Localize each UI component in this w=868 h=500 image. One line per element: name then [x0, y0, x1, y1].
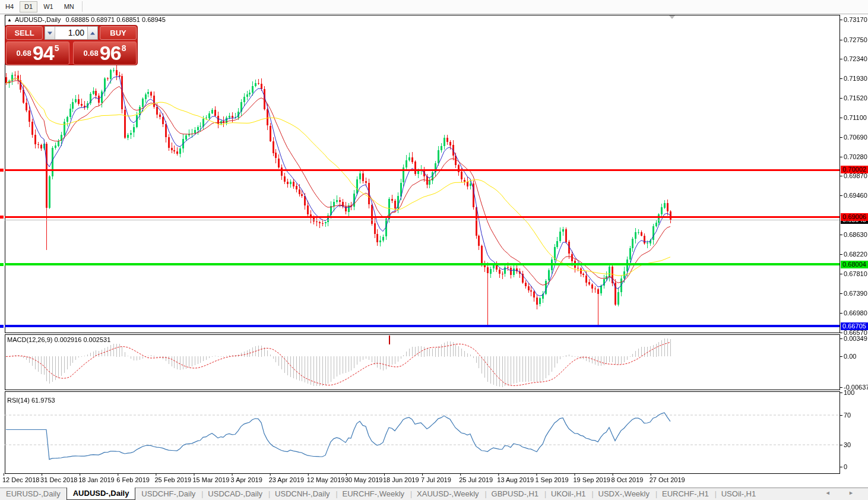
chart-tab-gbpusd-h1[interactable]: GBPUSD-,H1 [486, 488, 544, 500]
buy-price-sup: 8 [122, 43, 126, 53]
volume-spinner: 1.00 [45, 26, 98, 40]
chart-tab-ukoil-h1[interactable]: UKOil-,H1 [545, 488, 592, 500]
price-level-badge: 0.68004 [841, 261, 868, 268]
chart-tab-usoil-h1[interactable]: USOil-,H1 [715, 488, 762, 500]
sell-price-sup: 5 [55, 43, 59, 53]
price-level-badge: 0.70002 [841, 166, 868, 173]
chart-shift-marker-icon[interactable] [669, 15, 675, 19]
buy-price-big: 96 [100, 42, 121, 64]
chart-symbol-label: AUDUSD-,Daily [15, 16, 61, 23]
trade-panel-prices: 0.68945 0.68968 [5, 41, 137, 66]
chart-tab-bar: EURUSD-,DailyAUDUSD-,DailyUSDCHF-,Daily|… [0, 488, 868, 500]
rsi-indicator-label: RSI(14) 61.9753 [7, 397, 55, 404]
price-tick-label: 0.68630 [844, 231, 867, 238]
date-axis-label: 25 Feb 2019 [154, 476, 191, 483]
rsi-tick-label: 100 [844, 389, 854, 396]
date-axis-label: 7 Jul 2019 [421, 476, 451, 483]
date-axis-label: 15 Mar 2019 [193, 476, 230, 483]
rsi-tick-label: 30 [844, 441, 851, 448]
price-tick-label: 0.73170 [844, 16, 867, 23]
macd-tick-label: 0.00 [844, 353, 856, 360]
chart-tab-usdchf-daily[interactable]: USDCHF-,Daily [135, 488, 201, 500]
chart-tab-eurusd-daily[interactable]: EURUSD-,Daily [0, 488, 66, 500]
timeframe-button-h4[interactable]: H4 [1, 1, 18, 12]
trading-terminal-window: H4D1W1MN ▲AUDUSD-,Daily0.68885 0.68971 0… [0, 0, 868, 500]
timeframe-button-d1[interactable]: D1 [20, 1, 37, 12]
date-axis-label: 12 May 2019 [307, 476, 345, 483]
price-tick-label: 0.71520 [844, 94, 867, 102]
tab-scroll-arrows[interactable]: ◄ ► [825, 490, 862, 496]
date-axis-label: 6 Feb 2019 [116, 476, 150, 483]
price-tick-label: 0.71930 [844, 75, 867, 82]
price-tick-label: 0.71100 [844, 114, 867, 121]
timeframe-button-mn[interactable]: MN [59, 1, 79, 12]
chart-title: ▲AUDUSD-,Daily0.68885 0.68971 0.68851 0.… [7, 16, 166, 23]
price-level-badge: 0.69006 [841, 213, 868, 221]
chart-tab-usdcnh-daily[interactable]: USDCNH-,Daily [269, 488, 335, 500]
price-tick-label: 0.70690 [844, 134, 867, 141]
macd-indicator-label: MACD(12,26,9) 0.002916 0.002531 [7, 336, 110, 343]
date-axis-label: 13 Aug 2019 [497, 476, 534, 483]
sell-button[interactable]: SELL [6, 26, 43, 40]
date-axis-label: 18 Jan 2019 [78, 476, 115, 483]
price-tick-label: 0.66980 [844, 309, 867, 317]
chart-canvas[interactable] [0, 0, 868, 500]
trade-panel-top-row: SELL 1.00 BUY [5, 26, 137, 41]
date-axis-label: 30 May 2019 [345, 476, 383, 483]
chart-tab-usdcad-daily[interactable]: USDCAD-,Daily [202, 488, 268, 500]
date-axis-label: 8 Oct 2019 [612, 476, 644, 483]
sell-price-big: 94 [33, 42, 54, 64]
volume-increase-button[interactable] [87, 27, 97, 39]
chart-tab-eurchf-weekly[interactable]: EURCHF-,Weekly [337, 488, 411, 500]
price-level-badge: 0.66705 [841, 322, 868, 330]
macd-tick-label: 0.00349 [844, 335, 867, 342]
date-axis-label: 25 Jul 2019 [459, 476, 493, 483]
rsi-tick-label: 70 [844, 412, 851, 419]
price-tick-label: 0.68220 [844, 251, 867, 258]
date-axis-label: 1 Sep 2019 [535, 476, 568, 483]
sell-price-box[interactable]: 0.68945 [6, 42, 69, 65]
timeframe-button-w1[interactable]: W1 [39, 1, 58, 12]
buy-button[interactable]: BUY [100, 26, 137, 40]
volume-value[interactable]: 1.00 [55, 27, 87, 39]
price-tick-label: 0.72340 [844, 55, 867, 62]
timeframe-toolbar: H4D1W1MN [0, 0, 868, 14]
chart-tab-xauusd-weekly[interactable]: XAUUSD-,Weekly [411, 488, 485, 500]
date-axis-label: 23 Apr 2019 [269, 476, 304, 483]
date-axis-label: 31 Dec 2018 [40, 476, 77, 483]
triangle-up-icon [90, 31, 95, 34]
triangle-down-icon [47, 31, 52, 34]
date-axis-label: 19 Sep 2019 [574, 476, 610, 483]
date-axis-label: 12 Dec 2018 [2, 476, 39, 483]
toolbar-separator [82, 1, 83, 12]
buy-price-box[interactable]: 0.68968 [73, 42, 137, 65]
date-axis-label: 27 Oct 2019 [650, 476, 685, 483]
buy-price-prefix: 0.68 [84, 49, 99, 58]
chart-tab-audusd-daily[interactable]: AUDUSD-,Daily [66, 488, 136, 500]
chart-tab-eurchf-h1[interactable]: EURCHF-,H1 [656, 488, 715, 500]
date-axis-label: 3 Apr 2019 [231, 476, 262, 483]
price-tick-label: 0.67390 [844, 290, 867, 297]
price-tick-label: 0.70280 [844, 153, 867, 160]
price-tick-label: 0.67810 [844, 270, 867, 277]
chart-tab-usdx-weekly[interactable]: USDX-,Weekly [593, 488, 655, 500]
price-tick-label: 0.69460 [844, 192, 867, 199]
volume-decrease-button[interactable] [45, 27, 55, 39]
price-tick-label: 0.72750 [844, 36, 867, 43]
rsi-tick-label: 0 [844, 463, 847, 470]
chart-ohlc-values: 0.68885 0.68971 0.68851 0.68945 [66, 16, 166, 23]
sell-price-prefix: 0.68 [17, 49, 31, 58]
date-axis-label: 18 Jun 2019 [383, 476, 419, 483]
collapse-panel-icon[interactable]: ▲ [7, 17, 12, 23]
one-click-trading-panel: SELL 1.00 BUY 0.68945 0.68968 [5, 25, 138, 65]
